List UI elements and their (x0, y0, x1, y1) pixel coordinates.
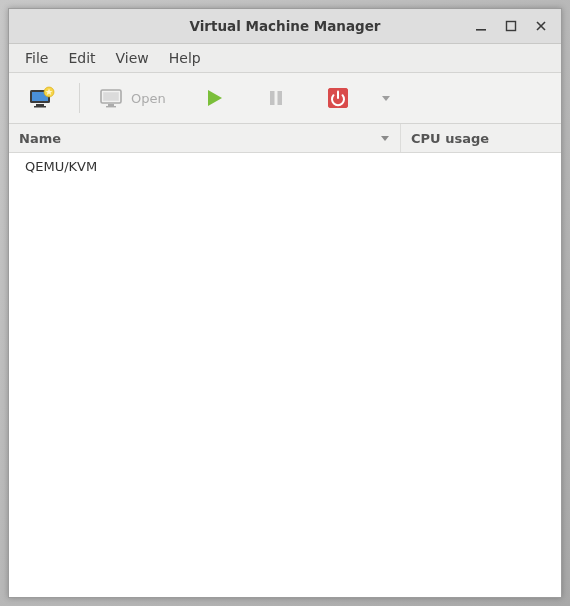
close-button[interactable] (527, 14, 555, 38)
menu-edit[interactable]: Edit (58, 46, 105, 70)
svg-marker-14 (208, 90, 222, 106)
shutdown-menu-button[interactable] (369, 79, 403, 117)
svg-rect-15 (270, 91, 275, 105)
vm-connection-name: QEMU/KVM (9, 159, 421, 174)
play-icon (203, 87, 225, 109)
power-icon (326, 86, 350, 110)
shutdown-button[interactable] (313, 79, 363, 117)
svg-rect-11 (103, 92, 119, 101)
maximize-button[interactable] (497, 14, 525, 38)
titlebar: Virtual Machine Manager (9, 9, 561, 44)
list-item[interactable]: QEMU/KVM (9, 153, 561, 179)
list-header: Name CPU usage (9, 124, 561, 153)
column-cpu-label: CPU usage (411, 131, 489, 146)
svg-marker-21 (382, 96, 390, 101)
column-header-name[interactable]: Name (9, 124, 401, 152)
column-header-cpu[interactable]: CPU usage (401, 124, 561, 152)
pause-icon (265, 87, 287, 109)
app-window: Virtual Machine Manager File Edi (8, 8, 562, 598)
svg-marker-22 (381, 136, 389, 141)
svg-rect-1 (507, 22, 516, 31)
svg-rect-13 (106, 106, 116, 107)
vm-list: QEMU/KVM (9, 153, 561, 597)
menu-file[interactable]: File (15, 46, 58, 70)
svg-rect-12 (108, 104, 114, 106)
svg-rect-16 (277, 91, 282, 105)
svg-rect-7 (34, 106, 46, 108)
svg-rect-6 (36, 104, 44, 106)
close-icon (535, 20, 547, 32)
menubar: File Edit View Help (9, 44, 561, 73)
monitor-icon (99, 87, 125, 109)
chevron-down-icon (380, 92, 392, 104)
run-button[interactable] (189, 79, 239, 117)
create-vm-icon (28, 86, 56, 110)
create-vm-button[interactable] (17, 79, 67, 117)
minimize-icon (475, 20, 487, 32)
menu-help[interactable]: Help (159, 46, 211, 70)
column-name-label: Name (19, 131, 61, 146)
minimize-button[interactable] (467, 14, 495, 38)
open-vm-button[interactable]: Open (92, 79, 173, 117)
pause-button[interactable] (251, 79, 301, 117)
toolbar: Open (9, 73, 561, 124)
svg-rect-0 (476, 29, 486, 31)
maximize-icon (505, 20, 517, 32)
toolbar-separator (79, 83, 80, 113)
window-controls (467, 14, 561, 38)
open-button-label: Open (131, 91, 166, 106)
sort-descending-icon (380, 133, 390, 143)
menu-view[interactable]: View (106, 46, 159, 70)
